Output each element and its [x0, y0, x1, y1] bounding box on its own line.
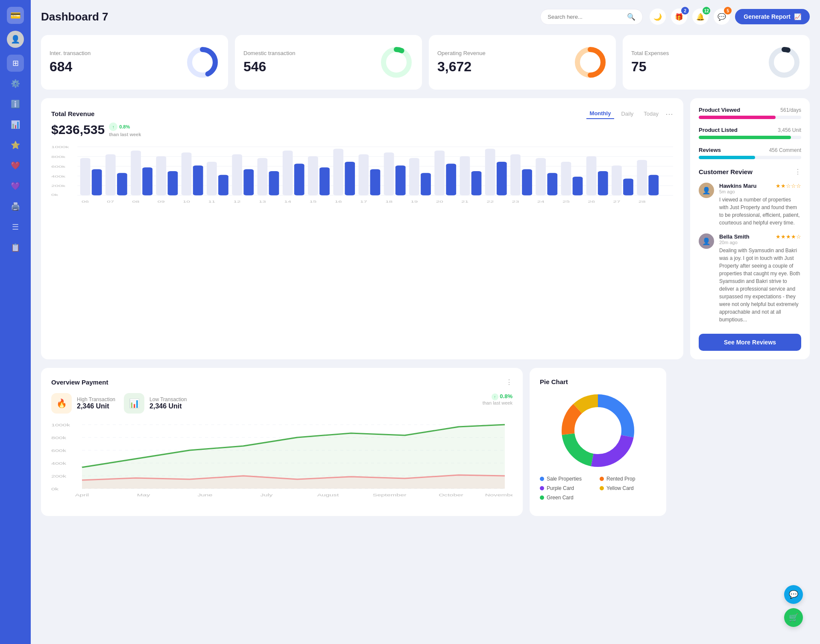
svg-rect-22 — [105, 154, 116, 195]
svg-text:0k: 0k — [51, 487, 59, 491]
svg-rect-62 — [612, 166, 622, 195]
float-support-button[interactable]: 💬 — [784, 585, 803, 604]
overview-payment-card: Overview Payment ⋮ 🔥 High Transaction 2,… — [41, 368, 523, 516]
svg-text:July: July — [261, 493, 273, 497]
sidebar-item-settings[interactable]: ⚙️ — [7, 75, 24, 92]
review-item-0: 👤 Hawkins Maru ★★☆☆☆ 5m ago I viewed a n… — [699, 183, 801, 227]
sidebar-item-analytics[interactable]: 📊 — [7, 116, 24, 133]
legend-sale-properties: Sale Properties — [540, 476, 596, 482]
progress-bar-1 — [699, 136, 801, 139]
progress-fill-1 — [699, 136, 791, 139]
stat-card-operating-revenue: Operating Revenue 3,672 — [429, 35, 616, 90]
pie-chart-card: Pie Chart — [530, 368, 666, 516]
revenue-value: $236,535 — [51, 122, 105, 137]
page-title: Dashboard 7 — [41, 10, 533, 23]
review-name-0: Hawkins Maru — [719, 183, 756, 189]
svg-rect-58 — [561, 162, 571, 195]
floating-buttons: 💬 🛒 — [784, 585, 803, 627]
sidebar-item-liked[interactable]: ❤️ — [7, 157, 24, 174]
svg-text:200k: 200k — [51, 184, 66, 188]
svg-text:1000k: 1000k — [51, 145, 70, 149]
search-bar[interactable]: 🔍 — [540, 9, 643, 25]
svg-text:27: 27 — [613, 200, 620, 204]
search-input[interactable] — [548, 14, 624, 20]
growth-pct-text: 0.8% — [119, 124, 130, 129]
svg-text:0k: 0k — [51, 193, 59, 197]
svg-rect-45 — [395, 166, 406, 195]
legend-label-4: Green Card — [547, 495, 574, 501]
chat-icon: 💬 — [718, 13, 726, 21]
svg-rect-28 — [182, 152, 192, 195]
review-stars-1: ★★★★☆ — [776, 233, 801, 240]
content-row: Total Revenue Monthly Daily Today ⋯ $236… — [41, 98, 810, 359]
sidebar-item-saved[interactable]: 💜 — [7, 178, 24, 195]
review-time-1: 20m ago — [719, 240, 801, 245]
svg-text:16: 16 — [335, 200, 342, 204]
user-avatar[interactable]: 👤 — [7, 31, 24, 48]
dark-mode-toggle[interactable]: 🌙 — [650, 9, 666, 25]
more-options-icon[interactable]: ⋯ — [665, 109, 673, 119]
chat-button[interactable]: 💬 5 — [714, 9, 730, 25]
review-time-0: 5m ago — [719, 189, 801, 194]
svg-text:22: 22 — [486, 200, 494, 204]
tab-today[interactable]: Today — [640, 109, 662, 119]
bell-button[interactable]: 🔔 12 — [692, 9, 709, 25]
generate-report-button[interactable]: Generate Report 📈 — [735, 9, 810, 24]
sidebar-item-menu[interactable]: ☰ — [7, 219, 24, 236]
sidebar-item-info[interactable]: ℹ️ — [7, 96, 24, 113]
gift-badge: 2 — [681, 7, 689, 15]
svg-text:06: 06 — [82, 200, 89, 204]
svg-rect-43 — [370, 169, 381, 195]
svg-rect-51 — [472, 171, 482, 195]
stat-label-0: Inter. transaction — [50, 50, 91, 56]
svg-text:600k: 600k — [51, 165, 66, 169]
header-icons: 🌙 🎁 2 🔔 12 💬 5 Generate Report 📈 — [650, 9, 810, 25]
review-text-0: I viewed a number of properties with Jus… — [719, 196, 801, 227]
main-content: Dashboard 7 🔍 🌙 🎁 2 🔔 12 💬 5 Generate Re — [31, 0, 820, 644]
legend-dot-1 — [600, 477, 604, 481]
legend-label-0: Sale Properties — [547, 476, 582, 482]
gift-button[interactable]: 🎁 2 — [671, 9, 687, 25]
svg-rect-60 — [586, 156, 597, 195]
overview-stats: 🔥 High Transaction 2,346 Unit 📊 Low Tran… — [51, 393, 512, 414]
line-chart-svg: 1000k 800k 600k 400k 200k 0k April — [51, 420, 512, 506]
svg-rect-36 — [283, 151, 293, 195]
sidebar-logo: 💳 — [7, 7, 24, 24]
legend-dot-0 — [540, 477, 544, 481]
svg-rect-55 — [522, 169, 532, 195]
metric-product-viewed: Product Viewed 561/days — [699, 107, 801, 119]
svg-text:1000k: 1000k — [51, 423, 70, 427]
bar-chart-area: 1000k 800k 600k 400k 200k 0k — [51, 144, 673, 204]
svg-rect-65 — [648, 175, 659, 195]
svg-rect-47 — [421, 173, 431, 195]
svg-text:19: 19 — [410, 200, 418, 204]
overview-more-icon[interactable]: ⋮ — [506, 378, 512, 386]
svg-text:800k: 800k — [51, 155, 66, 159]
donut-svg-2 — [573, 45, 607, 79]
reviews-more-icon[interactable]: ⋮ — [794, 168, 801, 176]
bar-chart-svg: 1000k 800k 600k 400k 200k 0k — [51, 144, 673, 204]
svg-rect-46 — [409, 158, 419, 195]
low-transaction-icon: 📊 — [124, 393, 144, 414]
svg-text:23: 23 — [512, 200, 519, 204]
svg-rect-34 — [258, 158, 268, 195]
svg-rect-40 — [333, 149, 343, 195]
svg-text:14: 14 — [284, 200, 291, 204]
sidebar-item-favorites[interactable]: ⭐ — [7, 137, 24, 154]
legend-purple-card: Purple Card — [540, 485, 596, 491]
legend-dot-3 — [600, 486, 604, 490]
float-cart-button[interactable]: 🛒 — [784, 608, 803, 627]
low-transaction-label: Low Transaction — [149, 396, 187, 402]
svg-point-116 — [577, 409, 619, 452]
low-transaction-info: Low Transaction 2,346 Unit — [149, 396, 187, 410]
bottom-right-placeholder — [673, 368, 810, 516]
metric-product-listed: Product Listed 3,456 Unit — [699, 127, 801, 139]
tab-daily[interactable]: Daily — [618, 109, 637, 119]
see-more-reviews-button[interactable]: See More Reviews — [699, 334, 801, 351]
svg-rect-54 — [510, 154, 521, 195]
sidebar-item-dashboard[interactable]: ⊞ — [7, 55, 24, 72]
tab-monthly[interactable]: Monthly — [586, 108, 615, 119]
review-stars-0: ★★☆☆☆ — [776, 183, 801, 189]
sidebar-item-reports[interactable]: 📋 — [7, 239, 24, 256]
sidebar-item-print[interactable]: 🖨️ — [7, 198, 24, 215]
